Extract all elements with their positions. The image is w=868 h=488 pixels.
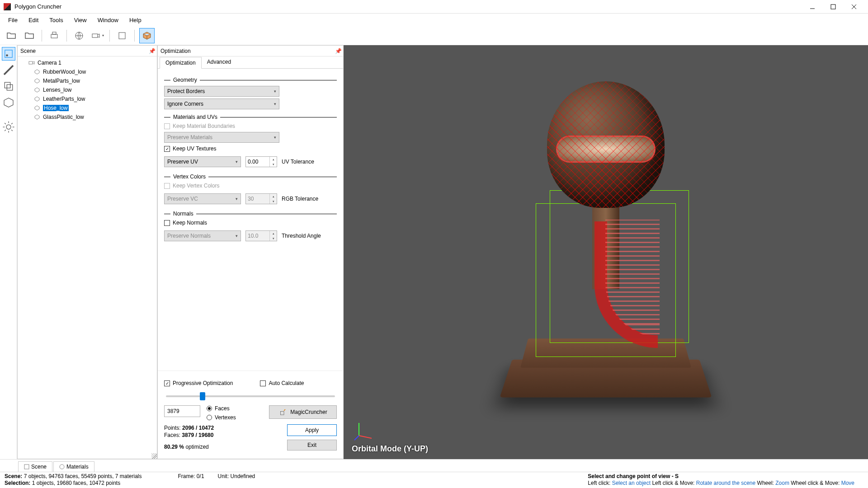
keep-uv-textures-check[interactable]: ✓Keep UV Textures — [164, 145, 337, 152]
rgb-tolerance-label: RGB Tolerance — [282, 196, 318, 202]
globe-icon[interactable] — [71, 28, 87, 43]
open-folder2-icon[interactable] — [22, 28, 37, 43]
tree-item-leatherparts_low[interactable]: LeatherParts_low — [18, 94, 157, 103]
menu-file[interactable]: File — [4, 15, 22, 25]
tab-advanced[interactable]: Advanced — [202, 56, 236, 68]
box3d-icon[interactable] — [139, 28, 155, 43]
window-icon[interactable] — [114, 28, 130, 43]
side-toolbar — [0, 45, 17, 459]
scene-panel: Scene 📌 ▸Camera 1RubberWood_lowMetalPart… — [17, 45, 157, 459]
section-normals: Normals — [173, 211, 193, 217]
tree-item-hose_low[interactable]: Hose_low — [18, 103, 157, 113]
mesh-icon — [34, 96, 40, 102]
threshold-angle-label: Threshold Angle — [282, 233, 321, 239]
tree-item-camera 1[interactable]: ▸Camera 1 — [18, 58, 157, 67]
menubar: File Edit Tools View Window Help — [0, 14, 868, 26]
svg-rect-4 — [51, 34, 57, 38]
vertexes-radio[interactable]: Vertexes — [207, 414, 236, 421]
scene-panel-title: Scene — [20, 48, 36, 54]
open-folder-icon[interactable] — [4, 28, 19, 43]
optimization-slider[interactable] — [166, 395, 335, 397]
auto-calculate-check[interactable]: Auto Calculate — [260, 380, 304, 386]
preserve-normals-combo: Preserve Normals▾ — [164, 230, 241, 241]
gear-icon[interactable] — [2, 120, 15, 134]
uv-tolerance-input[interactable]: 0.00▴▾ — [245, 156, 277, 167]
tree-item-label: Hose_low — [43, 105, 69, 111]
tree-item-label: Lenses_low — [43, 87, 71, 93]
svg-rect-19 — [24, 465, 29, 469]
exit-button[interactable]: Exit — [287, 440, 337, 450]
viewport-mode-label: Orbital Mode (Y-UP) — [352, 444, 428, 454]
svg-rect-5 — [52, 32, 56, 34]
ignore-corners-combo[interactable]: Ignore Corners▾ — [164, 99, 279, 109]
viewport-hints: Select and change point of view - S Left… — [588, 473, 863, 487]
optimization-panel: Optimization 📌 Optimization Advanced Geo… — [157, 45, 344, 459]
scene-tab-icon — [24, 464, 29, 469]
svg-rect-7 — [92, 34, 98, 38]
menu-help[interactable]: Help — [125, 15, 146, 25]
select-tool-icon[interactable] — [2, 47, 15, 61]
pin-icon[interactable]: 📌 — [149, 48, 154, 54]
unit-status: Unit: Undefined — [218, 473, 255, 480]
resize-grip[interactable] — [151, 453, 157, 459]
protect-borders-combo[interactable]: Protect Borders▾ — [164, 86, 279, 97]
tree-item-label: LeatherParts_low — [43, 96, 85, 102]
magiccruncher-button[interactable]: MagicCruncher — [269, 405, 337, 419]
menu-edit[interactable]: Edit — [24, 15, 43, 25]
bottom-tabs: Scene Materials — [0, 459, 868, 472]
pin-icon[interactable]: 📌 — [335, 48, 340, 54]
svg-rect-9 — [5, 50, 12, 57]
uv-tolerance-label: UV Tolerance — [282, 159, 314, 165]
menu-view[interactable]: View — [70, 15, 91, 25]
face-count-input[interactable]: 3879 — [164, 405, 200, 417]
print-icon[interactable] — [47, 28, 62, 43]
perspective-tool-icon[interactable] — [2, 96, 15, 109]
tree-item-rubberwood_low[interactable]: RubberWood_low — [18, 67, 157, 76]
camera-dropdown-icon[interactable]: ▾ — [90, 28, 105, 43]
viewport[interactable]: Orbital Mode (Y-UP) — [344, 45, 868, 459]
menu-window[interactable]: Window — [93, 15, 123, 25]
menu-tools[interactable]: Tools — [45, 15, 67, 25]
section-vertex-colors: Vertex Colors — [173, 174, 206, 180]
close-button[interactable] — [844, 0, 864, 14]
paint-tool-icon[interactable] — [2, 63, 15, 77]
tree-item-label: Camera 1 — [38, 60, 61, 66]
tree-item-label: MetalParts_low — [43, 78, 80, 84]
toolbar: ▾ — [0, 26, 868, 45]
preserve-materials-combo: Preserve Materials▾ — [164, 132, 279, 143]
preserve-uv-combo[interactable]: Preserve UV▾ — [164, 156, 241, 167]
tab-materials[interactable]: Materials — [53, 461, 94, 472]
mesh-icon — [34, 78, 40, 84]
minimize-button[interactable] — [802, 0, 823, 14]
camera-icon — [28, 60, 35, 66]
tree-item-lenses_low[interactable]: Lenses_low — [18, 85, 157, 94]
copy-tool-icon[interactable] — [2, 80, 15, 93]
svg-rect-1 — [831, 5, 835, 9]
apply-button[interactable]: Apply — [287, 424, 337, 436]
svg-point-20 — [60, 465, 64, 469]
svg-rect-11 — [5, 82, 10, 88]
section-geometry: Geometry — [173, 77, 197, 83]
progressive-optimization-check[interactable]: ✓Progressive Optimization — [164, 380, 233, 386]
tab-optimization[interactable]: Optimization — [160, 57, 202, 69]
preserve-vc-combo: Preserve VC▾ — [164, 193, 241, 204]
threshold-angle-input: 10.0▴▾ — [245, 230, 277, 241]
keep-material-boundaries-check[interactable]: Keep Material Boundaries — [164, 123, 337, 129]
wand-icon — [278, 408, 287, 416]
maximize-button[interactable] — [823, 0, 844, 14]
svg-rect-12 — [7, 84, 13, 90]
tree-item-metalparts_low[interactable]: MetalParts_low — [18, 76, 157, 85]
materials-tab-icon — [59, 464, 65, 469]
frame-status: Frame: 0/1 — [178, 473, 204, 480]
titlebar: Polygon Cruncher — [0, 0, 868, 14]
mesh-icon — [34, 105, 40, 111]
tree-item-glassplastic_low[interactable]: GlassPlastic_low — [18, 113, 157, 122]
tree-item-label: RubberWood_low — [43, 69, 86, 75]
faces-radio[interactable]: Faces — [207, 405, 236, 412]
statusbar: Scene: 7 objects, 94763 faces, 55459 poi… — [0, 472, 868, 488]
keep-vertex-colors-check[interactable]: Keep Vertex Colors — [164, 183, 337, 189]
scene-tree: ▸Camera 1RubberWood_lowMetalParts_lowLen… — [18, 56, 157, 123]
keep-normals-check[interactable]: Keep Normals — [164, 220, 337, 226]
tab-scene[interactable]: Scene — [18, 461, 52, 472]
section-materials: Materials and UVs — [173, 114, 217, 120]
